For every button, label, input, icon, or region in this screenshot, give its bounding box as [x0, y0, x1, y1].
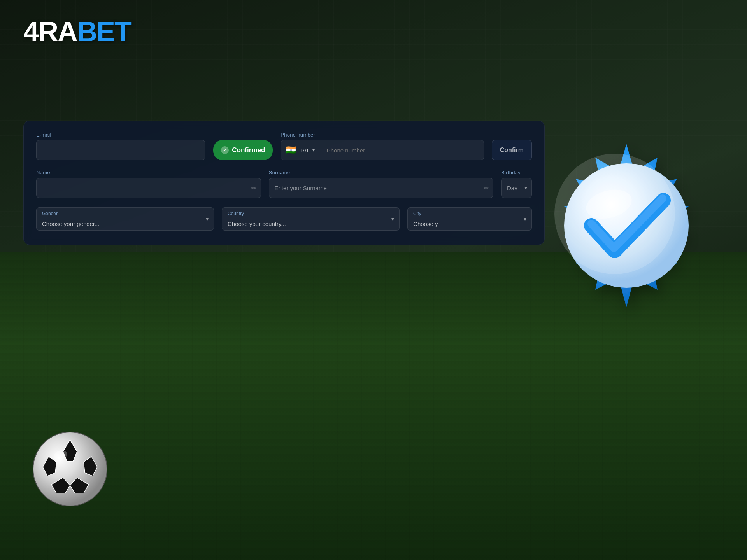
name-input[interactable]: [36, 178, 261, 198]
phone-country-chevron[interactable]: ▾: [312, 147, 315, 153]
surname-edit-icon[interactable]: ✏: [484, 184, 489, 192]
surname-label: Surname: [269, 170, 494, 175]
logo: 4RABET: [23, 16, 131, 47]
country-dropdown[interactable]: Country Choose your country... ▾: [222, 207, 400, 231]
country-field-group: Country Choose your country... ▾: [222, 207, 400, 231]
registration-form: E-mail ✓ Confirmed Phone number 🇮🇳 +91 ▾…: [23, 121, 545, 245]
gender-field-group: Gender Choose your gender... ▾: [36, 207, 214, 231]
soccer-ball-svg: [31, 430, 109, 508]
gender-country-city-row: Gender Choose your gender... ▾ Country C…: [36, 207, 532, 231]
city-field-group: City Choose y ▾: [407, 207, 532, 231]
confirmed-check-icon: ✓: [221, 146, 229, 154]
surname-input[interactable]: [269, 178, 494, 198]
country-label: Country: [228, 211, 384, 216]
confirm-button[interactable]: Confirm: [492, 140, 532, 160]
phone-number-input[interactable]: [327, 147, 479, 154]
name-input-wrapper: ✏: [36, 178, 261, 198]
gender-label: Gender: [42, 211, 198, 216]
logo-text: 4RABET: [23, 16, 131, 47]
email-label: E-mail: [36, 132, 205, 138]
gender-chevron-icon: ▾: [206, 216, 209, 222]
city-dropdown[interactable]: City Choose y ▾: [407, 207, 532, 231]
phone-divider: [322, 145, 322, 155]
birthday-day-select[interactable]: Day 123: [501, 178, 532, 198]
dial-code: +91: [299, 147, 309, 154]
confirmed-badge: ✓ Confirmed: [213, 140, 273, 160]
city-label: City: [413, 211, 516, 216]
surname-input-wrapper: ✏: [269, 178, 494, 198]
phone-field-group: Phone number 🇮🇳 +91 ▾: [281, 132, 484, 160]
gender-dropdown[interactable]: Gender Choose your gender... ▾: [36, 207, 214, 231]
name-edit-icon[interactable]: ✏: [251, 184, 256, 192]
country-value: Choose your country...: [228, 220, 384, 227]
city-chevron-icon: ▾: [524, 216, 526, 222]
country-chevron-icon: ▾: [391, 216, 394, 222]
gender-value: Choose your gender...: [42, 220, 198, 227]
confirmed-label: Confirmed: [232, 146, 265, 154]
name-surname-birthday-row: Name ✏ Surname ✏ Birthday Day 123 ▾: [36, 170, 532, 198]
phone-label: Phone number: [281, 132, 484, 138]
logo-part1: 4RA: [23, 16, 77, 47]
birthday-field-group: Birthday Day 123 ▾: [501, 170, 532, 198]
verified-badge-decoration: [525, 136, 728, 338]
email-input[interactable]: [36, 140, 205, 160]
surname-field-group: Surname ✏: [269, 170, 494, 198]
birthday-day-wrapper: Day 123 ▾: [501, 178, 532, 198]
city-value: Choose y: [413, 220, 516, 227]
logo-part2: BET: [77, 16, 131, 47]
verified-badge-svg: [525, 136, 728, 338]
name-label: Name: [36, 170, 261, 175]
phone-input-wrapper: 🇮🇳 +91 ▾: [281, 140, 484, 160]
soccer-ball-decoration: [31, 430, 109, 509]
email-phone-row: E-mail ✓ Confirmed Phone number 🇮🇳 +91 ▾…: [36, 132, 532, 160]
birthday-label: Birthday: [501, 170, 532, 175]
name-field-group: Name ✏: [36, 170, 261, 198]
india-flag-icon: 🇮🇳: [286, 146, 296, 154]
email-field-group: E-mail: [36, 132, 205, 160]
